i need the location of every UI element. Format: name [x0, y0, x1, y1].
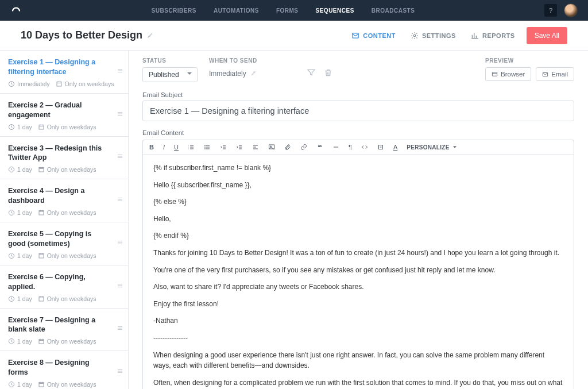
sequence-title: Exercise 6 — Copying, applied.: [8, 272, 120, 292]
ol-icon[interactable]: [186, 142, 196, 152]
quote-icon[interactable]: [315, 142, 325, 152]
calendar-icon: Only on weekdays: [38, 124, 96, 130]
logo-icon[interactable]: [10, 5, 22, 16]
svg-rect-3: [57, 82, 61, 86]
sequence-item[interactable]: Exercise 1 — Designing a filtering inter…: [0, 51, 128, 94]
ul-icon[interactable]: [202, 142, 212, 152]
image-icon[interactable]: [266, 142, 277, 152]
envelope-icon: [351, 32, 359, 40]
outdent-icon[interactable]: [218, 142, 229, 152]
clock-icon: 1 day: [8, 338, 32, 345]
paragraph-icon[interactable]: ¶: [347, 142, 354, 152]
sequence-item[interactable]: Exercise 8 — Designing forms1 dayOnly on…: [0, 351, 128, 389]
sequence-sidebar: Exercise 1 — Designing a filtering inter…: [0, 51, 129, 389]
calendar-icon: Only on weekdays: [38, 338, 96, 345]
avatar[interactable]: [564, 3, 578, 17]
trash-icon[interactable]: [324, 68, 332, 79]
editor-body[interactable]: {% if subscriber.first_name != blank %} …: [143, 155, 574, 389]
clock-icon: Immediately: [8, 80, 50, 87]
svg-point-24: [204, 149, 205, 149]
drag-handle-icon[interactable]: [117, 282, 123, 292]
when-value: Immediately: [209, 70, 246, 78]
align-icon[interactable]: [250, 142, 261, 152]
nav-subscribers[interactable]: SUBSCRIBERS: [152, 1, 196, 21]
tab-reports[interactable]: REPORTS: [471, 32, 515, 40]
save-button[interactable]: Save All: [527, 27, 567, 44]
tab-reports-label: REPORTS: [482, 32, 515, 39]
clock-icon: 1 day: [8, 166, 32, 173]
svg-point-1: [413, 34, 416, 37]
calendar-icon: Only on weekdays: [56, 80, 114, 87]
calendar-icon: Only on weekdays: [38, 166, 96, 173]
svg-point-23: [204, 147, 205, 148]
preview-browser-button[interactable]: Browser: [485, 67, 531, 81]
pencil-icon[interactable]: [251, 70, 257, 78]
sequence-item[interactable]: Exercise 2 — Gradual engagement1 dayOnly…: [0, 94, 128, 137]
drag-handle-icon[interactable]: [117, 367, 123, 378]
nav-automations[interactable]: AUTOMATIONS: [214, 1, 259, 21]
svg-point-22: [204, 145, 205, 146]
clock-icon: 1 day: [8, 252, 32, 259]
clock-icon: 1 day: [8, 295, 32, 302]
svg-rect-9: [39, 211, 44, 215]
help-button[interactable]: ?: [544, 4, 557, 17]
calendar-icon: Only on weekdays: [38, 252, 96, 259]
sequence-title: Exercise 2 — Gradual engagement: [8, 101, 120, 120]
embed-icon[interactable]: [376, 142, 386, 152]
svg-rect-11: [39, 253, 44, 258]
page-title: 10 Days to Better Design: [21, 29, 142, 41]
drag-handle-icon[interactable]: [117, 238, 123, 249]
sequence-item[interactable]: Exercise 7 — Designing a blank slate1 da…: [0, 309, 128, 352]
preview-group: PREVIEW Browser Email: [485, 57, 574, 81]
sequence-title: Exercise 8 — Designing forms: [8, 358, 120, 378]
clock-icon: 1 day: [8, 124, 32, 130]
indent-icon[interactable]: [234, 142, 245, 152]
hr-icon[interactable]: [331, 142, 341, 152]
nav-sequences[interactable]: SEQUENCES: [316, 1, 354, 21]
status-select[interactable]: Published: [142, 67, 198, 82]
tab-content[interactable]: CONTENT: [351, 32, 396, 40]
sequence-title: Exercise 7 — Designing a blank slate: [8, 315, 120, 335]
drag-handle-icon[interactable]: [117, 152, 123, 163]
mail-icon: [542, 71, 548, 78]
personalize-dropdown[interactable]: PERSONALIZE: [405, 142, 459, 152]
underline-icon[interactable]: U: [172, 142, 180, 152]
drag-handle-icon[interactable]: [117, 324, 123, 334]
bold-icon[interactable]: B: [148, 142, 156, 152]
preview-email-button[interactable]: Email: [536, 67, 574, 81]
calendar-icon: Only on weekdays: [38, 209, 96, 216]
text-color-icon[interactable]: A: [392, 142, 399, 152]
code-icon[interactable]: [359, 142, 370, 152]
drag-handle-icon[interactable]: [117, 110, 123, 120]
content-label: Email Content: [142, 129, 574, 136]
when-label: WHEN TO SEND: [209, 57, 295, 64]
attachment-icon[interactable]: [283, 142, 293, 152]
nav-forms[interactable]: FORMS: [276, 1, 299, 21]
filter-icon[interactable]: [307, 68, 316, 79]
drag-handle-icon[interactable]: [117, 67, 123, 77]
sequence-item[interactable]: Exercise 4 — Design a dashboard1 dayOnly…: [0, 179, 128, 222]
sequence-title: Exercise 5 — Copying is good (sometimes): [8, 229, 120, 249]
sequence-item[interactable]: Exercise 3 — Redesign this Twitter App1 …: [0, 137, 128, 180]
title-bar: 10 Days to Better Design CONTENT SETTING…: [0, 21, 588, 51]
sequence-title: Exercise 1 — Designing a filtering inter…: [8, 57, 120, 77]
clock-icon: 1 day: [8, 209, 32, 216]
svg-rect-13: [39, 296, 44, 301]
drag-handle-icon[interactable]: [117, 195, 123, 206]
italic-icon[interactable]: I: [161, 142, 167, 152]
subject-input[interactable]: [142, 101, 574, 121]
editor: B I U ¶ A PERSONALIZE {% if su: [142, 140, 574, 389]
sequence-title: Exercise 4 — Design a dashboard: [8, 186, 120, 206]
sequence-item[interactable]: Exercise 5 — Copying is good (sometimes)…: [0, 222, 128, 265]
link-icon[interactable]: [299, 142, 309, 152]
main-panel: STATUS Published WHEN TO SEND Immediatel…: [129, 51, 588, 389]
nav-broadcasts[interactable]: BROADCASTS: [372, 1, 415, 21]
subject-label: Email Subject: [142, 91, 574, 98]
bar-chart-icon: [471, 32, 479, 40]
pencil-icon[interactable]: [147, 30, 154, 41]
svg-rect-15: [39, 340, 44, 344]
svg-rect-7: [39, 168, 44, 172]
tab-settings[interactable]: SETTINGS: [411, 32, 456, 40]
tab-settings-label: SETTINGS: [422, 32, 456, 39]
sequence-item[interactable]: Exercise 6 — Copying, applied.1 dayOnly …: [0, 265, 128, 309]
